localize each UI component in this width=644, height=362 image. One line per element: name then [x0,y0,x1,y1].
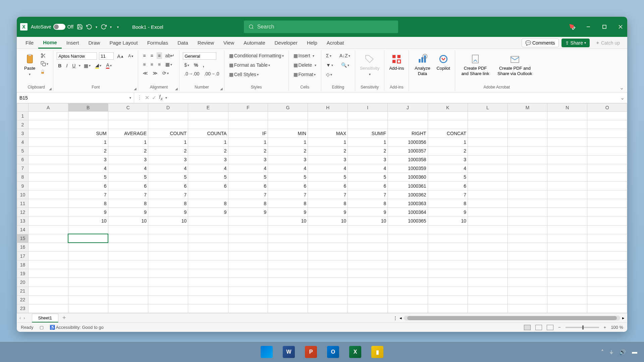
cell[interactable] [587,146,627,155]
cell[interactable] [68,120,108,129]
cell[interactable] [308,260,348,269]
cell[interactable]: 8 [428,199,468,208]
cell[interactable] [28,146,68,155]
cell[interactable] [587,182,627,190]
scroll-right-icon[interactable]: ▸ [622,315,625,320]
cell[interactable] [108,234,148,243]
cell[interactable]: 1000360 [388,173,428,181]
cell[interactable]: 1 [68,138,108,146]
cell[interactable] [228,295,268,304]
tab-data[interactable]: Data [173,37,193,49]
cell[interactable]: 8 [188,199,228,208]
wrap-text-button[interactable]: ab↵ [164,52,176,59]
sheet-options-icon[interactable]: ⋮ [393,315,397,320]
cell[interactable] [468,278,507,287]
cell[interactable]: 8 [108,199,148,208]
cell[interactable] [228,278,268,287]
cell[interactable] [68,287,108,295]
cell[interactable] [587,243,627,251]
cell[interactable] [388,295,428,304]
cell[interactable] [68,278,108,287]
number-launcher-icon[interactable]: ◢ [220,87,223,90]
column-header[interactable]: H [308,104,348,112]
tray-chevron-icon[interactable]: ˄ [601,349,604,355]
cell[interactable] [468,304,507,313]
cell[interactable]: 7 [428,190,468,199]
cell[interactable] [507,199,547,208]
cell[interactable]: 1 [108,138,148,146]
redo-chevron-icon[interactable]: ▾ [110,25,112,29]
cell[interactable] [468,190,507,199]
cell[interactable] [507,155,547,164]
cut-button[interactable] [39,52,50,59]
tab-formulas[interactable]: Formulas [143,37,173,49]
cell[interactable]: 9 [308,208,348,217]
cell[interactable]: 5 [228,173,268,181]
cell[interactable] [547,217,587,225]
cell[interactable] [188,252,228,260]
sheet-next-icon[interactable]: › [23,315,25,320]
alignment-launcher-icon[interactable]: ◢ [175,87,178,90]
cell[interactable]: 3 [228,155,268,164]
cell[interactable] [268,287,308,295]
cell[interactable]: 9 [268,208,308,217]
cell[interactable]: 4 [108,164,148,173]
cell[interactable] [28,208,68,217]
cell[interactable] [468,112,507,120]
cell[interactable] [28,304,68,313]
cell[interactable] [228,252,268,260]
cell[interactable] [108,120,148,129]
cell[interactable] [68,295,108,304]
comments-button[interactable]: 💬 Comments [522,39,559,47]
insert-cells-button[interactable]: ▦ Insert ▾ [292,52,318,59]
merge-button[interactable]: ▦▾ [164,61,173,68]
cell[interactable] [388,278,428,287]
cell[interactable] [547,190,587,199]
cell[interactable] [587,199,627,208]
cell[interactable] [228,260,268,269]
cell[interactable]: 4 [148,164,188,173]
row-header[interactable]: 6 [17,155,29,164]
cell[interactable] [228,120,268,129]
borders-button[interactable]: ▦▾ [83,62,92,69]
cell[interactable]: 3 [188,155,228,164]
cell[interactable]: 6 [268,182,308,190]
cell[interactable] [587,120,627,129]
cell[interactable] [188,243,228,251]
cell[interactable] [148,295,188,304]
cell[interactable]: 8 [228,199,268,208]
cell[interactable] [547,278,587,287]
cell-styles-button[interactable]: ▦ Cell Styles ▾ [228,71,285,78]
cell[interactable] [388,304,428,313]
cell[interactable] [108,243,148,251]
cell[interactable]: MAX [308,129,348,138]
cell[interactable] [28,138,68,146]
tab-developer[interactable]: Developer [270,37,302,49]
fx-chevron-icon[interactable]: ▾ [165,96,167,100]
cell[interactable] [428,260,468,269]
cell[interactable]: 1000363 [388,199,428,208]
cell[interactable] [507,234,547,243]
cell[interactable] [188,295,228,304]
cell[interactable]: 10 [108,217,148,225]
column-header[interactable]: F [228,104,268,112]
increase-decimal-button[interactable]: .0→.00 [183,70,201,77]
cell[interactable] [547,295,587,304]
accessibility-status[interactable]: ♿ Accessibility: Good to go [50,325,104,330]
cell[interactable]: 3 [428,155,468,164]
cell[interactable] [228,112,268,120]
qat-customize-icon[interactable]: ▾ [117,25,119,29]
cell[interactable] [428,243,468,251]
cell[interactable]: 8 [308,199,348,208]
cell[interactable]: 4 [308,164,348,173]
cell[interactable] [28,269,68,278]
column-header[interactable]: E [188,104,228,112]
cell[interactable] [308,120,348,129]
cell[interactable] [468,287,507,295]
spreadsheet-grid[interactable]: ABCDEFGHIJKLMNO123SUMAVERAGECOUNTCOUNTAI… [17,103,627,313]
cell[interactable]: 10 [348,217,388,225]
cell[interactable]: 5 [68,173,108,181]
column-header[interactable]: C [108,104,148,112]
pen-icon[interactable] [569,23,576,30]
cell[interactable] [188,225,228,234]
